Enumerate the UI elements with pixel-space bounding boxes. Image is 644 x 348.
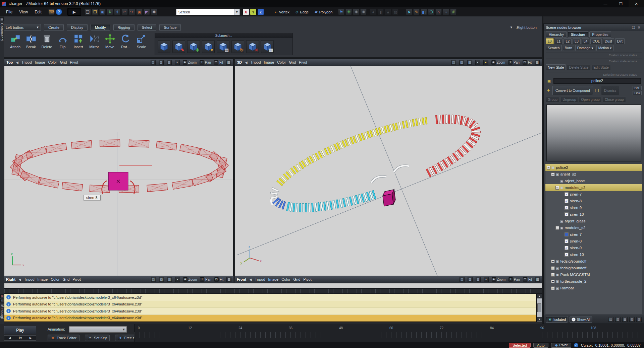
tool-move-button[interactable]: Move bbox=[102, 33, 118, 49]
tree-node-fedsig-soundoff[interactable]: +▣fedsig/soundoff bbox=[545, 265, 642, 271]
mode-polygon-button[interactable]: ▰Polygon bbox=[312, 9, 335, 15]
threed-viewport-canvas[interactable]: zxy bbox=[235, 66, 542, 276]
viewport-fit-button[interactable]: ▢Fit bbox=[523, 60, 532, 65]
tree-node-arjent-s2[interactable]: −▣arjent_s2 bbox=[545, 171, 642, 178]
layer-button-l3[interactable]: L3 bbox=[573, 38, 581, 44]
snap-icon[interactable]: ∴ bbox=[443, 9, 449, 15]
viewport-menu-tripod[interactable]: Tripod bbox=[21, 60, 32, 64]
tree-node-puck-mcgcstm[interactable]: +▣Puck MCGCSTM bbox=[545, 271, 642, 278]
state-button-new-state[interactable]: New State bbox=[546, 64, 566, 70]
wire-icon[interactable]: ▤ bbox=[460, 277, 465, 282]
layer-button-l4[interactable]: L4 bbox=[582, 38, 590, 44]
tree-node-fedsig-soundoff[interactable]: +▣fedsig/soundoff bbox=[545, 258, 642, 265]
chevron-down-icon[interactable]: ▾ bbox=[234, 9, 239, 15]
light-icon[interactable]: ● bbox=[483, 60, 488, 65]
tree-node-siren-9[interactable]: ✓siren-9 bbox=[545, 245, 642, 251]
viewport-top-content[interactable]: zx siren-8 bbox=[4, 66, 233, 276]
tree-node-siren-9[interactable]: ✓siren-9 bbox=[545, 204, 642, 211]
tree-expander-icon[interactable]: − bbox=[555, 186, 559, 190]
group-button-ungroup[interactable]: Ungroup bbox=[560, 96, 578, 102]
command-panel-icon[interactable]: ▦ bbox=[0, 17, 4, 21]
viewport-collapse-arrow-icon[interactable]: ◀ bbox=[16, 61, 18, 64]
texture-icon[interactable]: ▦ bbox=[167, 277, 172, 282]
tab-surface[interactable]: Surface bbox=[159, 24, 181, 31]
submesh-list-icon[interactable]: ▤ bbox=[217, 40, 229, 53]
convert-to-compound-button[interactable]: Convert to Compound bbox=[552, 86, 593, 95]
viewport-menu-pivot[interactable]: Pivot bbox=[299, 60, 307, 64]
tree-checkbox[interactable]: ✓ bbox=[565, 192, 569, 196]
submesh-grid-icon[interactable]: ▦ bbox=[261, 40, 274, 53]
viewport-3d-content[interactable]: zxy bbox=[235, 66, 542, 276]
tree-expander-icon[interactable]: + bbox=[551, 280, 555, 283]
tree-checkbox[interactable]: ✓ bbox=[565, 199, 569, 203]
submesh-rotate-icon[interactable]: ↻ bbox=[231, 40, 244, 53]
texture-icon[interactable]: ▦ bbox=[476, 277, 481, 282]
new-file-icon[interactable]: ❏ bbox=[85, 9, 91, 15]
close-panel-icon[interactable]: ✕ bbox=[636, 25, 642, 30]
state-button-delete-state[interactable]: Delete State bbox=[567, 64, 590, 70]
viewport-menu-image[interactable]: Image bbox=[264, 60, 274, 64]
show-all-button[interactable]: ✓Show All bbox=[570, 317, 592, 323]
layer-button-l2[interactable]: L2 bbox=[564, 38, 572, 44]
dropdown-arrow-icon[interactable]: ▾ bbox=[175, 60, 180, 65]
tree-expander-icon[interactable]: + bbox=[551, 260, 555, 263]
viewport-menu-color[interactable]: Color bbox=[277, 60, 286, 64]
tree-checkbox[interactable]: ✓ bbox=[565, 253, 569, 257]
group-button-close-group[interactable]: Close group bbox=[603, 96, 626, 102]
shade-icon[interactable]: ▨ bbox=[159, 277, 164, 282]
command-panel-tab[interactable]: Command bbox=[0, 23, 4, 41]
fill-icon[interactable]: ◧ bbox=[421, 9, 427, 15]
log-row[interactable]: iPerforming autosave to "c:\users\dorian… bbox=[4, 301, 536, 308]
gear-right-icon[interactable]: ✺ bbox=[360, 9, 367, 15]
viewport-menu-color[interactable]: Color bbox=[48, 60, 57, 64]
log-row[interactable]: iPerforming autosave to "c:\users\dorian… bbox=[4, 308, 536, 315]
viewport-maximize-icon[interactable]: ▦ bbox=[226, 60, 231, 65]
viewport-maximize-icon[interactable]: ▦ bbox=[535, 60, 540, 65]
shade-icon[interactable]: ▨ bbox=[159, 60, 164, 65]
add-icon[interactable]: ✚ bbox=[345, 9, 352, 15]
viewport-menu-pivot[interactable]: Pivot bbox=[70, 60, 78, 64]
tab-structure[interactable]: Structure bbox=[568, 31, 588, 38]
submesh-add-icon[interactable]: ✚ bbox=[187, 40, 200, 53]
tab-rigging[interactable]: Rigging bbox=[113, 24, 135, 31]
tree-node-siren-10[interactable]: ✓siren-10 bbox=[545, 251, 642, 258]
submesh-delete-icon[interactable]: ✕ bbox=[246, 40, 259, 53]
texture-icon[interactable]: ▦ bbox=[467, 60, 472, 65]
viewport-menu-grid[interactable]: Grid bbox=[60, 60, 67, 64]
undo-icon[interactable]: ↶ bbox=[121, 9, 128, 15]
tab-display[interactable]: Display bbox=[67, 24, 88, 31]
viewport-menu-grid[interactable]: Grid bbox=[62, 277, 69, 281]
viewport-menu-color[interactable]: Color bbox=[281, 277, 290, 281]
chevron-down-icon[interactable]: ▾ bbox=[510, 25, 512, 29]
animation-dropdown[interactable]: ▾ bbox=[69, 326, 127, 333]
group-button-group[interactable]: Group bbox=[546, 96, 559, 102]
tree-node-siren-7[interactable]: siren-7 bbox=[545, 231, 642, 238]
viewport-zoom-button[interactable]: ◉Zoom bbox=[183, 60, 197, 65]
viewport-maximize-icon[interactable]: ▦ bbox=[535, 277, 540, 282]
tool-delete-button[interactable]: Delete bbox=[39, 33, 55, 49]
log-close-icon[interactable]: ✕ bbox=[0, 294, 4, 298]
tree-collapse-icon[interactable]: ▧ bbox=[629, 317, 635, 322]
tool-rot-button[interactable]: Rot... bbox=[118, 33, 133, 49]
tree-expander-icon[interactable]: − bbox=[547, 166, 550, 169]
messages-panel-tab[interactable]: Messagi bbox=[0, 304, 4, 319]
viewport-menu-pivot[interactable]: Pivot bbox=[72, 277, 80, 281]
track-editor-button[interactable]: ▦Track Editor bbox=[48, 335, 79, 341]
dropdown-arrow-icon[interactable]: ▾ bbox=[475, 60, 480, 65]
tab-properties[interactable]: Properties bbox=[589, 31, 611, 38]
tree-expander-icon[interactable]: + bbox=[551, 286, 555, 290]
auto-badge[interactable]: Auto bbox=[533, 343, 548, 348]
tree-sort-icon[interactable]: ▤ bbox=[608, 317, 613, 322]
tree-node-modules-s2[interactable]: −▣modules_s2 bbox=[545, 184, 642, 191]
submesh-mesh-icon[interactable] bbox=[158, 40, 170, 53]
viewport-pan-button[interactable]: ✛Pan bbox=[200, 60, 211, 65]
texture-icon[interactable]: ▦ bbox=[167, 60, 172, 65]
tab-select[interactable]: Select bbox=[138, 24, 157, 31]
isolated-button[interactable]: ▣Isolated bbox=[546, 316, 568, 323]
viewport-pan-button[interactable]: ✛Pan bbox=[508, 277, 520, 282]
axis-y-button[interactable]: Y bbox=[250, 9, 257, 15]
scroll-down-icon[interactable]: ▼ bbox=[537, 317, 542, 322]
tool-scale-button[interactable]: Scale bbox=[133, 33, 149, 49]
redo-icon[interactable]: ↷ bbox=[129, 9, 135, 15]
dropdown-arrow-icon[interactable]: ▾ bbox=[175, 277, 180, 282]
